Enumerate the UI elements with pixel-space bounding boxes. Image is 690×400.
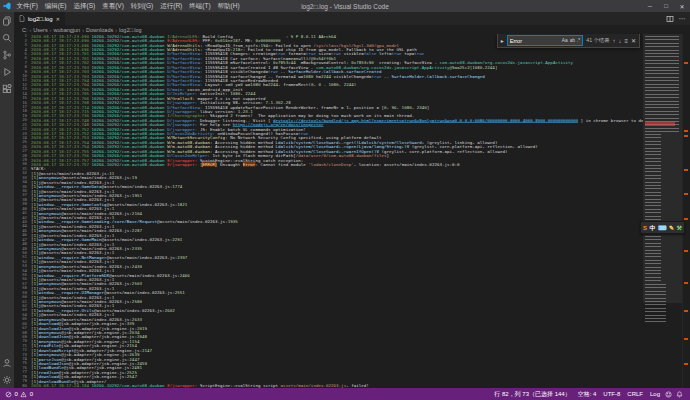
sidebar-item-extensions[interactable]	[2, 84, 12, 94]
window-controls: ─ □ ✕	[642, 0, 690, 12]
tab-close-icon[interactable]: ✕	[56, 16, 60, 22]
breadcrumb-separator: ›	[82, 27, 84, 33]
status-item[interactable]: 空格: 4	[575, 390, 600, 399]
errors-icon	[5, 391, 12, 398]
files-icon	[2, 16, 12, 26]
editor: 12020-08-17 18:17:23.690 10266-10292/com…	[14, 34, 690, 388]
breadcrumb-separator: ›	[50, 27, 52, 33]
run-debug-icon	[2, 67, 12, 77]
find-match-mark	[684, 363, 688, 365]
code-area[interactable]: 12020-08-17 18:17:23.690 10266-10292/com…	[14, 34, 643, 388]
account-icon	[2, 358, 12, 368]
find-close-icon[interactable]: ✕	[631, 37, 636, 44]
errors-count: 0	[15, 391, 18, 397]
notifications-bell-icon[interactable]	[674, 391, 685, 398]
breadcrumb-item[interactable]: log2□.log	[119, 27, 142, 33]
sidebar-item-run-debug[interactable]	[2, 67, 12, 77]
tab-bar: log2□.log ✕ ⋯	[14, 12, 690, 25]
menubar: 文件(F)编辑(E)选择(S)查看(V)转到(G)运行(R)终端(T)帮助(H)	[13, 2, 243, 11]
breadcrumb-item[interactable]: C:	[22, 27, 28, 33]
status-item[interactable]: UTF-8	[600, 391, 623, 397]
find-match-mark	[684, 250, 688, 252]
breadcrumb-separator: ›	[30, 27, 32, 33]
find-widget: ▸ Aa ab .* 41 个结果 ↑ ↓ ≡ ✕	[497, 34, 640, 48]
toggle-replace-icon[interactable]: ▸	[501, 37, 504, 44]
menu-item[interactable]: 文件(F)	[13, 2, 41, 11]
find-match-mark	[684, 135, 688, 137]
find-match-mark	[684, 338, 688, 340]
warnings-count: 0	[30, 391, 33, 397]
find-match-mark	[684, 310, 688, 312]
menu-item[interactable]: 运行(R)	[157, 2, 186, 11]
account-button[interactable]	[2, 358, 12, 368]
ime-lang-chinese[interactable]: 中	[649, 225, 655, 231]
menu-item[interactable]: 查看(V)	[99, 2, 128, 11]
warnings-icon	[20, 391, 27, 398]
file-icon	[19, 15, 25, 22]
feedback-smiley-icon[interactable]	[663, 391, 674, 398]
menu-item[interactable]: 编辑(E)	[41, 2, 70, 11]
window-title: log2□.log - Visual Studio Code	[301, 3, 389, 10]
tab-label: log2□.log	[28, 16, 53, 22]
find-match-mark	[684, 218, 688, 220]
whole-word-icon[interactable]: ab	[570, 38, 575, 43]
source-control-icon	[2, 50, 12, 60]
status-item[interactable]: Log	[647, 391, 663, 397]
find-next-icon[interactable]: ↓	[618, 38, 621, 44]
menu-item[interactable]: 帮助(H)	[214, 2, 243, 11]
split-editor-icon[interactable]	[666, 15, 674, 23]
sidebar-item-search[interactable]	[2, 33, 12, 43]
menu-item[interactable]: 转到(G)	[127, 2, 156, 11]
more-actions-icon[interactable]: ⋯	[679, 15, 686, 23]
overview-ruler	[682, 34, 690, 388]
breadcrumb-item[interactable]: Downloads	[86, 27, 113, 33]
find-match-mark	[684, 169, 688, 171]
find-input-box: Aa ab .*	[507, 35, 583, 46]
match-case-icon[interactable]: Aa	[562, 38, 568, 43]
maximize-button[interactable]: □	[658, 0, 674, 12]
find-match-mark	[684, 130, 688, 132]
extensions-icon	[2, 84, 12, 94]
tab-log-file[interactable]: log2□.log ✕	[14, 12, 66, 25]
settings-button[interactable]	[2, 375, 12, 385]
status-bar: 0 0 行 82，列 73（已选择 144）空格: 4UTF-8CRLFLog	[0, 388, 690, 400]
breadcrumb-item[interactable]: Users	[33, 27, 47, 33]
titlebar: 文件(F)编辑(E)选择(S)查看(V)转到(G)运行(R)终端(T)帮助(H)…	[0, 0, 690, 12]
find-input[interactable]	[510, 37, 560, 45]
log-line: 802020-08-17 18:17:24.184 10266-10292/co…	[14, 383, 643, 387]
breadcrumb: C:›Users›wubangjun›Downloads›log2□.log	[14, 25, 690, 34]
vscode-window: 文件(F)编辑(E)选择(S)查看(V)转到(G)运行(R)终端(T)帮助(H)…	[0, 0, 690, 400]
menu-item[interactable]: 选择(S)	[70, 2, 99, 11]
status-item[interactable]: 行 82，列 73（已选择 144）	[491, 390, 573, 399]
minimize-button[interactable]: ─	[642, 0, 658, 12]
problems-summary[interactable]: 0 0	[5, 391, 33, 398]
breadcrumb-item[interactable]: wubangjun	[54, 27, 81, 33]
vscode-logo-icon	[0, 2, 13, 10]
sidebar-item-source-control[interactable]	[2, 50, 12, 60]
ime-pen[interactable]: ✎	[669, 225, 674, 231]
activity-bar	[0, 12, 14, 388]
minimap-error-mark	[645, 122, 675, 126]
find-match-mark	[684, 282, 688, 284]
close-button[interactable]: ✕	[674, 0, 690, 12]
menu-item[interactable]: 终端(T)	[186, 2, 214, 11]
find-in-selection-icon[interactable]: ≡	[624, 38, 628, 44]
line-number: 80	[14, 383, 31, 387]
regex-icon[interactable]: .*	[577, 38, 580, 43]
status-right-items: 行 82，列 73（已选择 144）空格: 4UTF-8CRLFLog	[491, 390, 663, 399]
ime-wrench[interactable]: ⚒	[677, 225, 682, 231]
editor-actions: ⋯	[666, 12, 690, 25]
sidebar-item-explorer[interactable]	[2, 16, 12, 26]
ime-sogou-logo[interactable]: S	[643, 225, 647, 231]
minimap[interactable]	[643, 34, 683, 388]
find-results-count: 41 个结果	[586, 37, 609, 44]
breadcrumb-separator: ›	[115, 27, 117, 33]
status-item[interactable]: CRLF	[624, 391, 646, 397]
find-match-mark	[684, 62, 688, 64]
find-match-mark	[684, 193, 688, 195]
search-icon	[2, 33, 12, 43]
ime-keyboard[interactable]: ⌨	[658, 225, 667, 231]
ime-toolbar: S中⌨✎⚒	[640, 221, 685, 234]
settings-gear-icon	[2, 375, 12, 385]
find-previous-icon[interactable]: ↑	[612, 38, 615, 44]
